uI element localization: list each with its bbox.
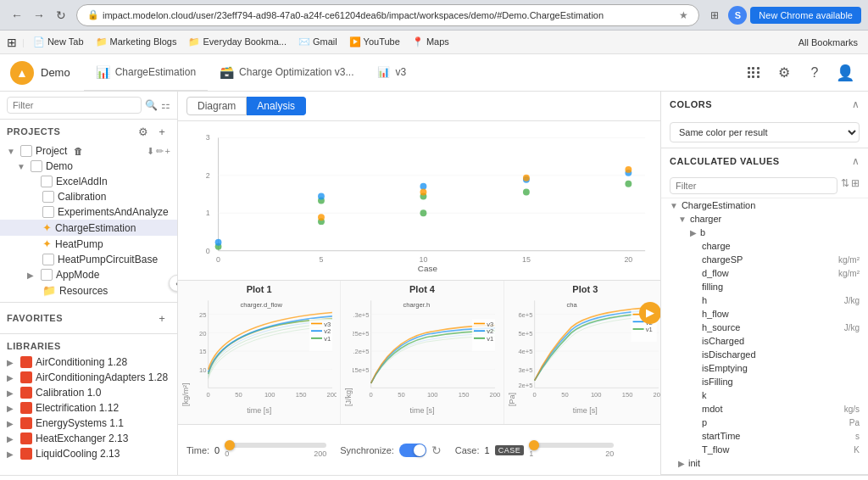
diagram-tab[interactable]: Diagram (186, 97, 247, 115)
tree-item-demo[interactable]: ▼ Demo (0, 159, 177, 174)
project-download-icon[interactable]: ⬇ (147, 146, 154, 157)
svg-text:0: 0 (532, 391, 536, 399)
projects-settings-btn[interactable]: ⚙ (135, 123, 152, 140)
tree-item-experimentsandanalyze[interactable]: ExperimentsAndAnalyze (0, 204, 177, 220)
bookmark-maps[interactable]: 📍 Maps (409, 35, 453, 49)
lib-electrification[interactable]: ▶ Electrification 1.12 (0, 400, 177, 416)
sync-refresh-icon[interactable]: ↻ (431, 444, 442, 457)
back-button[interactable]: ← (7, 5, 27, 25)
lib-heatexchanger[interactable]: ▶ HeatExchanger 2.13 (0, 431, 177, 446)
calc-charger-tflow[interactable]: T_flow K (661, 443, 868, 456)
play-button[interactable]: ▶ (639, 302, 660, 324)
all-bookmarks[interactable]: All Bookmarks (795, 36, 861, 49)
tree-item-heatpump[interactable]: ✦ HeatPump (0, 236, 177, 252)
tree-item-project[interactable]: ▼ Project 🗑 ⬇ ✏ + (0, 143, 177, 159)
grid-menu-button[interactable] (741, 60, 766, 86)
calc-charger-charge[interactable]: charge (661, 239, 868, 253)
appmode-checkbox[interactable] (41, 269, 53, 281)
profile-avatar[interactable]: S (728, 6, 747, 25)
bookmark-marketing[interactable]: 📁 Marketing Blogs (92, 35, 181, 49)
app-tab-v3[interactable]: 📊 v3 (365, 54, 418, 92)
calc-settings-icon[interactable]: ⊞ (851, 177, 860, 194)
calc-values-header[interactable]: CALCULATED VALUES ∧ (661, 148, 868, 174)
svg-text:2e+5: 2e+5 (518, 382, 532, 389)
user-button[interactable]: 👤 (832, 60, 858, 86)
time-slider[interactable] (225, 443, 326, 448)
calc-summary[interactable]: ▶ summary (661, 470, 868, 474)
lib-liquidcooling[interactable]: ▶ LiquidCooling 2.13 (0, 446, 177, 461)
calc-charger-hflow[interactable]: h_flow (661, 307, 868, 321)
time-slider-thumb[interactable] (225, 440, 235, 450)
calc-charger-k[interactable]: k (661, 388, 868, 402)
svg-text:50: 50 (235, 391, 242, 399)
project-add-icon[interactable]: + (165, 146, 170, 157)
bookmark-newtab[interactable]: 📄 New Tab (30, 35, 87, 49)
calc-charger[interactable]: ▼ charger (661, 212, 868, 226)
calc-charger-b[interactable]: ▶ b (661, 226, 868, 239)
lib-airconditioningadapters[interactable]: ▶ AirConditioningAdapters 1.28 (0, 370, 177, 385)
project-edit-icon[interactable]: ✏ (156, 146, 164, 157)
app-root: ← → ↻ 🔒 ★ ⊞ S New Chrome available ⊞ | 📄… (0, 0, 868, 480)
lib-energysystems[interactable]: ▶ EnergySystems 1.1 (0, 416, 177, 431)
sidebar-search-input[interactable] (7, 97, 142, 114)
calc-charger-ischarged[interactable]: isCharged (661, 334, 868, 348)
sync-toggle[interactable] (399, 444, 426, 457)
calc-charger-filling[interactable]: filling (661, 280, 868, 293)
tree-item-chargeestimation[interactable]: ✦ ChargeEstimation (0, 220, 177, 236)
plot4-svg: 4.3e+5 4.25e+5 4.2e+5 4.15e+5 0 50 100 1… (353, 296, 499, 406)
case-slider[interactable] (529, 443, 614, 448)
calc-init[interactable]: ▶ init (661, 456, 868, 470)
calc-sort-icon[interactable]: ⇅ (841, 177, 849, 194)
url-input[interactable] (103, 10, 676, 20)
calc-dflow-label: d_flow (702, 268, 835, 278)
exceladdin-checkbox[interactable] (41, 176, 53, 187)
bookmark-gmail[interactable]: ✉️ Gmail (295, 35, 341, 49)
analysis-tab[interactable]: Analysis (247, 97, 306, 115)
calibration-checkbox[interactable] (42, 191, 54, 203)
reload-button[interactable]: ↻ (51, 5, 71, 25)
tree-item-resources[interactable]: 📁 Resources (0, 282, 177, 299)
bookmark-everyday[interactable]: 📁 Everyday Bookma... (185, 35, 290, 49)
lib-calibration[interactable]: ▶ Calibration 1.0 (0, 385, 177, 400)
tree-item-calibration[interactable]: Calibration (0, 189, 177, 204)
forward-button[interactable]: → (29, 5, 49, 25)
heatpumpcb-checkbox[interactable] (42, 254, 54, 265)
bookmark-youtube[interactable]: ▶️ YouTube (346, 35, 403, 49)
lib-airconditioning[interactable]: ▶ AirConditioning 1.28 (0, 354, 177, 370)
settings-button[interactable]: ⚙ (771, 60, 797, 86)
calc-charger-hsource[interactable]: h_source J/kg (661, 321, 868, 334)
app-tab-charge-optimization[interactable]: 🗃️ Charge Optimization v3... (208, 54, 365, 92)
svg-text:v2: v2 (487, 327, 493, 335)
calc-charger-chargesp[interactable]: chargeSP kg/m² (661, 253, 868, 266)
svg-point-23 (318, 193, 325, 200)
new-chrome-button[interactable]: New Chrome available (750, 7, 861, 24)
calc-filter-input[interactable] (670, 177, 837, 194)
calc-charger-isemptying[interactable]: isEmptying (661, 361, 868, 375)
help-button[interactable]: ? (802, 60, 827, 86)
calc-charger-mdot[interactable]: mdot kg/s (661, 402, 868, 416)
colors-select[interactable]: Same color per result Different colors p… (670, 122, 860, 142)
demo-checkbox[interactable] (31, 160, 42, 172)
tree-item-heatpumpcircuitbase[interactable]: HeatPumpCircuitBase (0, 252, 177, 267)
colors-section-header[interactable]: COLORS ∧ (661, 92, 868, 117)
favorites-add-btn[interactable]: + (153, 310, 170, 327)
calc-charger-h[interactable]: h J/kg (661, 293, 868, 307)
projects-add-btn[interactable]: + (153, 123, 170, 140)
experiments-checkbox[interactable] (42, 206, 54, 218)
plot4-title: Plot 4 (344, 284, 499, 294)
address-bar[interactable]: 🔒 ★ (76, 4, 699, 26)
apps-icon[interactable]: ⊞ (7, 36, 17, 49)
calc-charger-isdischarged[interactable]: isDischarged (661, 348, 868, 361)
calc-charger-dflow[interactable]: d_flow kg/m² (661, 266, 868, 280)
extensions-button[interactable]: ⊞ (704, 5, 725, 25)
tree-item-appmode[interactable]: ▶ AppMode (0, 267, 177, 282)
app-tab-charge-estimation[interactable]: 📊 ChargeEstimation (84, 54, 208, 92)
calc-charger-starttime[interactable]: startTime s (661, 429, 868, 443)
case-slider-thumb[interactable] (529, 440, 539, 450)
calc-charger-isfilling[interactable]: isFilling (661, 375, 868, 388)
calc-charger-p[interactable]: p Pa (661, 416, 868, 429)
filter-icon[interactable]: ⚏ (161, 99, 170, 111)
project-checkbox[interactable] (20, 145, 32, 157)
calc-root[interactable]: ▼ ChargeEstimation (661, 198, 868, 212)
tree-item-exceladdin[interactable]: ExcelAddIn (0, 174, 177, 189)
